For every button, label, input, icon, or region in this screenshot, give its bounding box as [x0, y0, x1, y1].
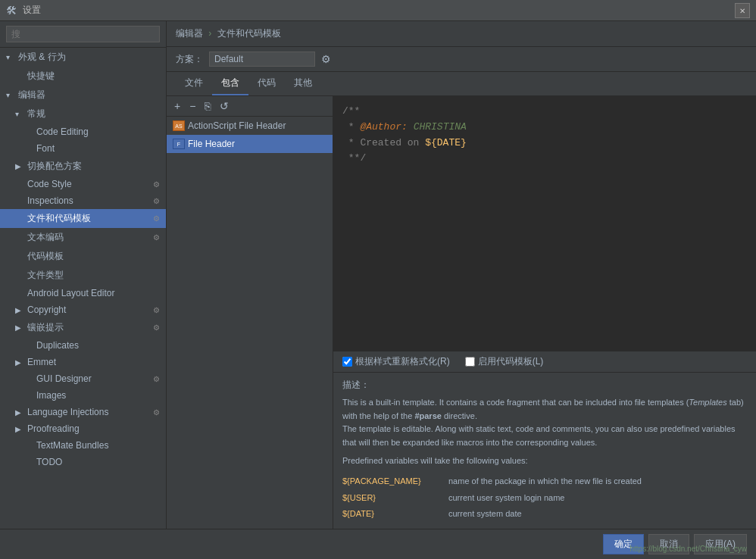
list-item[interactable]: AS ActionScript File Header	[167, 117, 333, 135]
table-row: ${USER} current user system login name	[342, 490, 747, 507]
table-row: ${DATE} current system date	[342, 506, 747, 523]
sidebar-item-label: 代码模板	[27, 250, 64, 263]
app-icon: 🛠	[6, 5, 18, 17]
sidebar-item-cg[interactable]: ▾常规	[0, 105, 166, 123]
code-line: * Created on ${DATE}	[342, 136, 747, 151]
desc-table: ${PACKAGE_NAME} name of the package in w…	[342, 473, 747, 523]
gear-icon[interactable]: ⚙	[321, 53, 331, 65]
sidebar-item-wb-bm[interactable]: 文本编码⚙	[0, 228, 166, 247]
sidebar-item-wj-lx[interactable]: 文件类型	[0, 266, 166, 285]
close-button[interactable]: ✕	[735, 3, 750, 18]
settings-icon: ⚙	[153, 408, 160, 417]
enable-label: 启用代码模板(L)	[478, 355, 544, 368]
sidebar-item-emmet[interactable]: ▶Emmet	[0, 354, 166, 370]
sidebar-item-label: 切换配色方案	[27, 160, 82, 173]
template-label-actionscript: ActionScript File Header	[188, 120, 286, 131]
sidebar-item-dm-mb[interactable]: 代码模板	[0, 247, 166, 266]
tabs-row: 文件 包含 代码 其他	[167, 72, 756, 96]
enable-checkbox-label[interactable]: 启用代码模板(L)	[465, 355, 544, 368]
sidebar-item-label: 镶嵌提示	[27, 321, 64, 334]
scheme-label: 方案：	[176, 53, 203, 66]
sidebar-item-android-layout[interactable]: Android Layout Editor	[0, 285, 166, 301]
sidebar-item-textmate[interactable]: TextMate Bundles	[0, 437, 166, 454]
sidebar-item-bjq[interactable]: ▾编辑器	[0, 86, 166, 105]
sidebar-item-inspections[interactable]: Inspections⚙	[0, 192, 166, 209]
sidebar-item-wjhd-mb[interactable]: 文件和代码模板⚙	[0, 209, 166, 228]
reset-template-button[interactable]: ↺	[217, 99, 232, 113]
sidebar-item-gui-designer[interactable]: GUI Designer⚙	[0, 370, 166, 387]
sidebar-item-duplicates[interactable]: Duplicates	[0, 337, 166, 354]
sidebar-item-label: Copyright	[27, 304, 66, 315]
arrow-icon: ▶	[15, 323, 24, 332]
sidebar-item-wg-xw[interactable]: ▾外观 & 行为	[0, 48, 166, 67]
sidebar-item-label: 常规	[27, 108, 45, 120]
remove-template-button[interactable]: −	[186, 99, 198, 113]
tab-include[interactable]: 包含	[212, 72, 248, 95]
sidebar-item-kjj[interactable]: 快捷键	[0, 67, 166, 86]
sidebar-item-proofreading[interactable]: ▶Proofreading	[0, 420, 166, 437]
sidebar-item-label: 文件类型	[27, 269, 64, 282]
var-desc: name of the package in which the new fil…	[448, 473, 747, 490]
sidebar-tree: ▾外观 & 行为快捷键▾编辑器▾常规Code EditingFont▶切换配色方…	[0, 48, 166, 470]
tab-other[interactable]: 其他	[285, 72, 321, 95]
settings-icon: ⚙	[153, 214, 160, 223]
var-desc: current system date	[448, 506, 747, 523]
sidebar-item-label: GUI Designer	[36, 373, 92, 384]
breadcrumb-sep: ›	[208, 28, 214, 39]
settings-icon: ⚙	[153, 375, 160, 383]
window-title: 设置	[23, 4, 41, 17]
copy-template-button[interactable]: ⎘	[201, 99, 214, 113]
arrow-icon: ▶	[15, 358, 24, 367]
sidebar-item-code-style[interactable]: Code Style⚙	[0, 176, 166, 192]
sidebar-item-font[interactable]: Font	[0, 140, 166, 157]
code-editor[interactable]: /** * @Author: CHRISTINA * Created on ${…	[333, 96, 756, 351]
add-template-button[interactable]: +	[171, 99, 183, 113]
sidebar-item-label: Code Style	[27, 179, 72, 189]
template-toolbar: + − ⎘ ↺	[167, 96, 333, 117]
bottom-bar: 确定 取消 应用(A) https://blog.csdn.net/Christ…	[0, 529, 756, 559]
code-line: * @Author: CHRISTINA	[342, 120, 747, 136]
reformat-label: 根据样式重新格式化(R)	[355, 355, 450, 368]
scheme-row: 方案： Default ⚙	[167, 47, 756, 72]
template-icon-as: AS	[173, 120, 185, 131]
var-name: ${PACKAGE_NAME}	[342, 473, 448, 490]
template-icon-file: F	[173, 139, 185, 149]
main-container: ▾外观 & 行为快捷键▾编辑器▾常规Code EditingFont▶切换配色方…	[0, 21, 756, 529]
sidebar-item-code-editing[interactable]: Code Editing	[0, 123, 166, 140]
right-panel: 编辑器 › 文件和代码模板 方案： Default ⚙ 文件 包含 代码 其他 …	[167, 21, 756, 529]
var-desc: current user system login name	[448, 490, 747, 507]
table-row: ${PACKAGE_NAME} name of the package in w…	[342, 473, 747, 490]
sidebar-item-qhps[interactable]: ▶切换配色方案	[0, 157, 166, 176]
tab-file[interactable]: 文件	[176, 72, 212, 95]
sidebar-item-copyright[interactable]: ▶Copyright⚙	[0, 301, 166, 318]
options-row: 根据样式重新格式化(R) 启用代码模板(L)	[333, 351, 756, 372]
sidebar-item-label: TODO	[36, 457, 62, 467]
settings-icon: ⚙	[153, 323, 160, 332]
tab-code[interactable]: 代码	[248, 72, 285, 95]
scheme-select[interactable]: Default	[209, 52, 315, 67]
template-list-panel: + − ⎘ ↺ AS ActionScript File Header F Fi…	[167, 96, 333, 529]
breadcrumb-part-1: 编辑器	[176, 28, 203, 39]
code-line: /**	[342, 104, 747, 120]
desc-title: 描述：	[342, 379, 747, 392]
enable-checkbox[interactable]	[465, 357, 475, 367]
description-area: 描述： This is a built-in template. It cont…	[333, 372, 756, 529]
sidebar-item-label: Images	[36, 390, 66, 401]
template-list: AS ActionScript File Header F File Heade…	[167, 117, 333, 529]
settings-icon: ⚙	[153, 197, 160, 205]
sidebar-item-todo[interactable]: TODO	[0, 454, 166, 470]
sidebar-item-label: 文本编码	[27, 231, 64, 244]
code-line: **/	[342, 151, 747, 167]
desc-paragraph-1: This is a built-in template. It contains…	[342, 396, 747, 423]
template-label-file-header: File Header	[188, 139, 235, 149]
sidebar-item-lang-inject[interactable]: ▶Language Injections⚙	[0, 404, 166, 420]
arrow-icon: ▶	[15, 425, 24, 433]
reformat-checkbox[interactable]	[342, 357, 352, 367]
sidebar-item-label: Code Editing	[36, 126, 89, 137]
sidebar-item-qiaoti[interactable]: ▶镶嵌提示⚙	[0, 318, 166, 337]
reformat-checkbox-label[interactable]: 根据样式重新格式化(R)	[342, 355, 450, 368]
search-input[interactable]	[6, 26, 160, 42]
list-item[interactable]: F File Header	[167, 135, 333, 153]
sidebar-item-images[interactable]: Images	[0, 387, 166, 404]
desc-paragraph-2: The template is editable. Along with sta…	[342, 423, 747, 449]
